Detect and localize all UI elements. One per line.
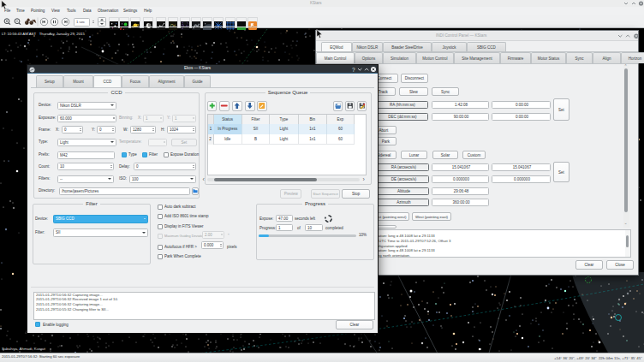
svg-text:Ori: Ori [170, 23, 176, 27]
svg-text:?: ? [352, 67, 355, 73]
